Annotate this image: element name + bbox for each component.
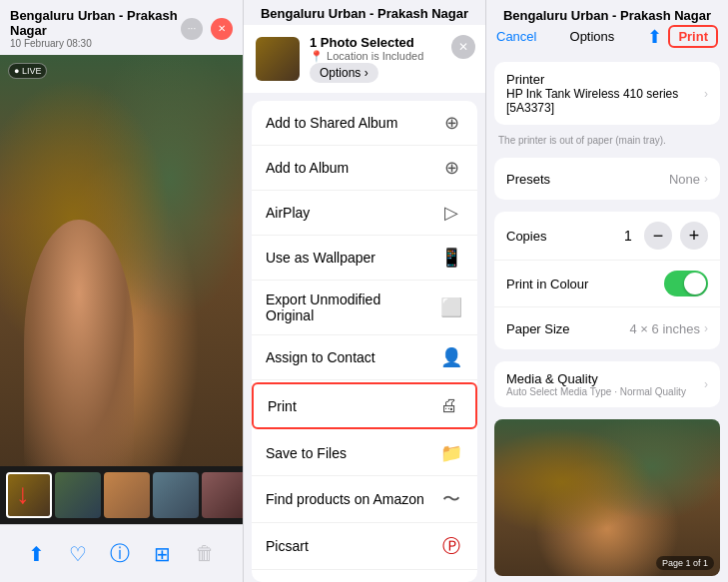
menu-item-label: AirPlay [266,205,427,221]
panel2-header: Bengaluru Urban - Prakash Nagar [244,0,485,25]
main-photo-area: ● LIVE [0,55,243,466]
add-shared-album-icon: ⊕ [439,112,463,134]
copies-value: 1 [620,228,636,244]
menu-item-label: Add to Shared Album [266,115,427,131]
share-info: 1 Photo Selected 📍 Location is Included … [310,35,473,83]
media-quality-label: Media & Quality [506,371,704,386]
menu-item-label: Find products on Amazon [266,491,427,507]
panel1-header: Bengaluru Urban - Prakash Nagar 10 Febru… [0,0,243,55]
menu-item-label: Use as Wallpaper [266,250,427,266]
close-button[interactable]: ✕ [211,18,233,40]
panel1-header-icons: ··· ✕ [181,18,233,40]
copies-increase-button[interactable]: + [680,222,708,250]
contact-icon: 👤 [439,346,463,368]
preview-page-badge: Page 1 of 1 [656,556,714,570]
print-options-panel: Bengaluru Urban - Prakash Nagar Cancel O… [485,0,728,582]
menu-item-label: Add to Album [266,160,427,176]
picsart-icon: Ⓟ [439,534,463,558]
info-toolbar-button[interactable]: ⓘ [110,540,130,567]
media-quality-section: Media & Quality Auto Select Media Type ·… [494,361,720,407]
share-close-button[interactable]: ✕ [451,35,475,59]
share-card: 1 Photo Selected 📍 Location is Included … [244,25,485,93]
menu-item-wallpaper[interactable]: Use as Wallpaper 📱 [252,236,477,281]
printer-label: Printer [506,72,704,87]
panel3-content: Printer HP Ink Tank Wireless 410 series … [486,56,728,582]
media-quality-row[interactable]: Media & Quality Auto Select Media Type ·… [494,361,720,407]
paper-size-row[interactable]: Paper Size 4 × 6 inches › [494,307,720,349]
photo-viewer-panel: Bengaluru Urban - Prakash Nagar 10 Febru… [0,0,243,582]
arrow-down-indicator: ↓ [16,478,30,510]
toggle-knob [684,273,706,294]
thumbnail-bar [0,466,243,524]
share-options-icon-button[interactable]: ⬆ [647,26,662,48]
cancel-button[interactable]: Cancel [496,29,536,44]
menu-item-microsoft365[interactable]: Extract Text with Microsoft 365 ⊙ [252,570,477,582]
menu-item-print[interactable]: Print 🖨 [252,382,477,429]
favorite-toolbar-button[interactable]: ♡ [69,542,87,566]
copies-control: 1 − + [620,222,708,250]
menu-item-picsart[interactable]: Picsart Ⓟ [252,523,477,570]
print-colour-toggle[interactable] [664,271,708,296]
thumbnail-item[interactable] [153,472,199,518]
menu-item-label: Export Unmodified Original [266,291,427,323]
edit-icon: ⊞ [154,542,171,566]
menu-item-save-files[interactable]: Save to Files 📁 [252,431,477,476]
menu-item-add-album[interactable]: Add to Album ⊕ [252,146,477,191]
menu-item-label: Print [268,398,425,414]
copies-decrease-button[interactable]: − [644,222,672,250]
printer-warning: The printer is out of paper (main tray). [486,131,728,152]
panel2-title: Bengaluru Urban - Prakash Nagar [254,6,475,21]
menu-item-label: Assign to Contact [266,349,427,365]
menu-item-airplay[interactable]: AirPlay ▷ [252,191,477,236]
print-icon: 🖨 [437,395,461,416]
photo-selfie-person [24,220,133,466]
print-preview-area: Page 1 of 1 [494,419,720,576]
share-icon: ⬆ [28,542,45,566]
menu-item-assign-contact[interactable]: Assign to Contact 👤 [252,335,477,380]
thumbnail-item[interactable] [202,472,243,518]
print-colour-row: Print in Colour [494,261,720,307]
more-options-button[interactable]: ··· [181,18,203,40]
preview-photo [494,419,720,576]
thumbnail-item[interactable] [55,472,101,518]
printer-row[interactable]: Printer HP Ink Tank Wireless 410 series … [494,62,720,125]
panel1-date: 10 February 08:30 [10,38,181,49]
paper-size-label: Paper Size [506,321,630,336]
delete-toolbar-button[interactable]: 🗑 [195,542,215,565]
print-button[interactable]: Print [668,25,718,48]
chevron-icon: › [704,377,708,391]
menu-item-add-shared-album[interactable]: Add to Shared Album ⊕ [252,101,477,146]
print-colour-label: Print in Colour [506,277,664,291]
panel3-header: Bengaluru Urban - Prakash Nagar Cancel O… [486,0,728,56]
presets-label: Presets [506,172,669,187]
airplay-icon: ▷ [439,202,463,224]
share-menu-list: Add to Shared Album ⊕ Add to Album ⊕ Air… [252,101,477,582]
wallpaper-icon: 📱 [439,247,463,269]
menu-item-export-original[interactable]: Export Unmodified Original ⬜ [252,281,477,335]
add-album-icon: ⊕ [439,157,463,179]
chevron-icon: › [704,172,708,186]
menu-item-label: Save to Files [266,445,427,461]
chevron-icon: › [704,87,708,101]
copies-row: Copies 1 − + [494,212,720,261]
share-photo-thumbnail [256,37,300,81]
panel3-nav: Cancel Options ⬆ Print [496,23,718,50]
panel3-header-title: Bengaluru Urban - Prakash Nagar [496,8,718,23]
edit-toolbar-button[interactable]: ⊞ [154,542,171,566]
panel1-title-area: Bengaluru Urban - Prakash Nagar 10 Febru… [10,8,181,49]
chevron-icon: › [704,321,708,335]
options-title: Options [570,29,615,44]
presets-value: None [669,172,700,187]
share-toolbar-button[interactable]: ⬆ [28,542,45,566]
files-icon: 📁 [439,442,463,464]
close-icon: ✕ [458,40,468,54]
heart-icon: ♡ [69,542,87,566]
share-sheet-panel: Bengaluru Urban - Prakash Nagar 1 Photo … [243,0,485,582]
share-options-button[interactable]: Options › [310,63,378,83]
printer-section: Printer HP Ink Tank Wireless 410 series … [494,62,720,125]
live-badge: ● LIVE [8,63,47,79]
thumbnail-item[interactable] [104,472,150,518]
presets-row[interactable]: Presets None › [494,158,720,200]
menu-item-amazon[interactable]: Find products on Amazon 〜 [252,476,477,523]
printer-name: HP Ink Tank Wireless 410 series [5A3373] [506,87,704,115]
